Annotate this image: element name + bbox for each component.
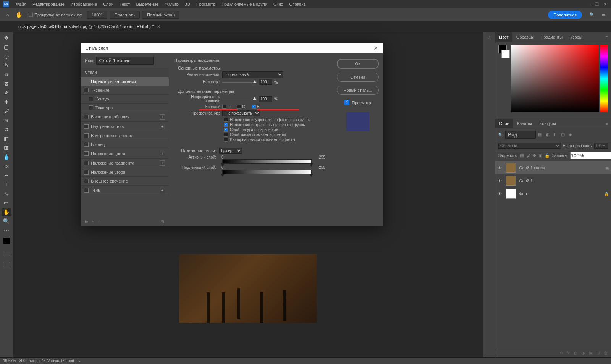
style-item-10[interactable]: Наложение узора bbox=[81, 168, 169, 177]
layer-row[interactable]: 👁 Слой 1 копия ▣ bbox=[495, 161, 611, 174]
fill-opacity-slider[interactable] bbox=[222, 99, 257, 99]
frame-tool[interactable]: ⊠ bbox=[2, 79, 11, 88]
zoom-level-button[interactable]: 100% bbox=[87, 11, 107, 19]
stamp-tool[interactable]: ⧇ bbox=[2, 116, 11, 125]
style-item-7[interactable]: Глянец bbox=[81, 140, 169, 149]
home-icon[interactable]: ⌂ bbox=[3, 10, 12, 19]
layers-tab-0[interactable]: Слои bbox=[495, 119, 513, 128]
ok-button[interactable]: ОК bbox=[337, 59, 379, 69]
screen-mode[interactable] bbox=[3, 262, 10, 267]
color-tab-3[interactable]: Узоры bbox=[566, 32, 586, 42]
group-layers-icon[interactable]: ▣ bbox=[589, 351, 593, 356]
menu-Окно[interactable]: Окно bbox=[270, 2, 286, 6]
menu-Выделение[interactable]: Выделение bbox=[133, 2, 162, 6]
adv-checkbox[interactable] bbox=[224, 123, 228, 127]
filter-shape-icon[interactable]: ▢ bbox=[561, 132, 566, 138]
delete-layer-icon[interactable]: 🗑 bbox=[604, 351, 608, 356]
opacity-value[interactable] bbox=[259, 79, 272, 85]
add-effect-icon[interactable]: + bbox=[160, 124, 165, 129]
color-tab-2[interactable]: Градиенты bbox=[538, 32, 566, 42]
menu-Просмотр[interactable]: Просмотр bbox=[193, 2, 218, 6]
layer-opacity-input[interactable] bbox=[594, 143, 608, 149]
style-checkbox[interactable] bbox=[84, 179, 89, 183]
style-checkbox[interactable] bbox=[89, 97, 93, 101]
dodge-tool[interactable]: ○ bbox=[2, 162, 11, 170]
channel-g-checkbox[interactable] bbox=[237, 105, 241, 109]
preview-checkbox[interactable] bbox=[344, 100, 349, 105]
search-icon[interactable]: 🔍 bbox=[587, 10, 596, 19]
edit-toolbar[interactable]: ⋯ bbox=[2, 226, 11, 235]
lock-artboard-icon[interactable]: ▣ bbox=[538, 153, 542, 158]
quick-mask[interactable] bbox=[3, 251, 10, 256]
style-item-9[interactable]: Наложение градиента+ bbox=[81, 159, 169, 168]
style-item-3[interactable]: Текстура bbox=[81, 104, 169, 112]
lock-position-icon[interactable]: ✥ bbox=[533, 153, 536, 158]
layers-panel-menu-icon[interactable]: ≡ bbox=[603, 121, 611, 126]
color-field[interactable] bbox=[511, 45, 599, 112]
style-checkbox[interactable] bbox=[84, 124, 89, 129]
style-item-4[interactable]: Выполнить обводку+ bbox=[81, 112, 169, 122]
background-color[interactable] bbox=[501, 50, 510, 58]
fx-menu-icon[interactable]: fx bbox=[85, 219, 88, 224]
blend-if-select[interactable]: Гр.сер. bbox=[219, 148, 242, 154]
layer-row[interactable]: 👁 Фон 🔒 bbox=[495, 187, 611, 200]
quick-select-tool[interactable]: ✎ bbox=[2, 61, 11, 70]
link-layers-icon[interactable]: ⟲ bbox=[559, 351, 563, 356]
this-layer-gradient[interactable] bbox=[222, 159, 312, 164]
fill-opacity-value[interactable] bbox=[259, 96, 272, 102]
new-layer-icon[interactable]: ⊞ bbox=[596, 351, 600, 356]
add-effect-icon[interactable]: + bbox=[160, 188, 165, 193]
lock-transparency-icon[interactable]: ▦ bbox=[520, 153, 524, 158]
dialog-close-icon[interactable]: ✕ bbox=[373, 45, 378, 51]
style-up-icon[interactable]: ↑ bbox=[92, 219, 94, 224]
style-item-6[interactable]: Внутреннее свечение bbox=[81, 131, 169, 140]
style-item-12[interactable]: Тень+ bbox=[81, 186, 169, 195]
style-checkbox[interactable] bbox=[84, 115, 89, 119]
layer-link-icon[interactable]: ▣ bbox=[605, 166, 609, 170]
lock-image-icon[interactable]: 🖌 bbox=[526, 154, 530, 158]
hue-strip[interactable] bbox=[600, 45, 608, 112]
blur-tool[interactable]: 💧 bbox=[2, 153, 11, 161]
close-tab-icon[interactable]: ✕ bbox=[157, 24, 160, 29]
history-brush-tool[interactable]: ↺ bbox=[2, 125, 11, 134]
add-effect-icon[interactable]: + bbox=[160, 114, 165, 120]
style-checkbox[interactable] bbox=[84, 170, 89, 175]
style-checkbox[interactable] bbox=[84, 151, 89, 156]
fit-screen-button[interactable]: Подогнать bbox=[110, 11, 140, 19]
lasso-tool[interactable]: ◌ bbox=[2, 52, 11, 60]
color-swatch[interactable] bbox=[3, 238, 10, 244]
menu-Справка[interactable]: Справка bbox=[286, 2, 309, 6]
filter-type-icon[interactable]: T bbox=[553, 132, 559, 138]
layer-fill-input[interactable] bbox=[570, 152, 611, 159]
opacity-slider[interactable] bbox=[222, 82, 257, 83]
hand-tool[interactable]: ✋ bbox=[2, 208, 11, 216]
layer-blend-mode[interactable]: Обычные bbox=[498, 143, 561, 149]
hand-tool-icon[interactable]: ✋ bbox=[15, 10, 24, 19]
dialog-titlebar[interactable]: Стиль слоя ✕ bbox=[81, 43, 383, 53]
layer-thumbnail[interactable] bbox=[506, 189, 516, 199]
crop-tool[interactable]: ⧈ bbox=[2, 70, 11, 79]
color-tab-1[interactable]: Образцы bbox=[512, 32, 538, 42]
history-panel-icon[interactable]: ↕ bbox=[488, 34, 490, 357]
type-tool[interactable]: T bbox=[2, 180, 11, 189]
gradient-tool[interactable]: ▦ bbox=[2, 144, 11, 152]
style-item-0[interactable]: Параметры наложения bbox=[81, 77, 169, 86]
collapsed-dock[interactable]: ↕ bbox=[483, 32, 495, 357]
minimize-icon[interactable]: — bbox=[587, 2, 591, 6]
menu-Изображение[interactable]: Изображение bbox=[68, 2, 100, 6]
eyedropper-tool[interactable]: ✐ bbox=[2, 89, 11, 97]
layers-tab-1[interactable]: Каналы bbox=[513, 119, 536, 128]
adv-checkbox[interactable] bbox=[224, 133, 228, 137]
menu-Подключаемые модули[interactable]: Подключаемые модули bbox=[218, 2, 270, 6]
color-tab-0[interactable]: Цвет bbox=[495, 32, 512, 42]
channel-b-checkbox[interactable] bbox=[252, 105, 256, 109]
adv-option-3[interactable]: Слой-маска скрывает эффекты bbox=[224, 133, 328, 137]
knockout-select[interactable]: Не показывать bbox=[222, 110, 260, 116]
style-checkbox[interactable] bbox=[84, 188, 89, 193]
adv-option-0[interactable]: Наложение внутренних эффектов как группы bbox=[224, 118, 328, 122]
layer-visibility-icon[interactable]: 👁 bbox=[498, 191, 503, 196]
layer-visibility-icon[interactable]: 👁 bbox=[498, 178, 503, 183]
style-down-icon[interactable]: ↓ bbox=[98, 219, 100, 224]
layer-name-input[interactable] bbox=[96, 57, 154, 65]
layers-tab-2[interactable]: Контуры bbox=[536, 119, 560, 128]
